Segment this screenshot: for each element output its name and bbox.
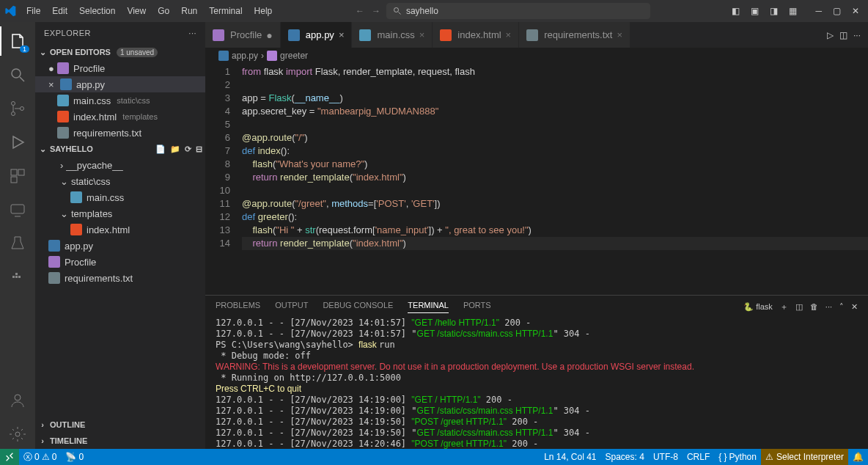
close-icon[interactable]: ×	[339, 29, 345, 40]
layout-sidebar-right-icon[interactable]: ◨	[765, 3, 782, 19]
code-editor[interactable]: 1234567891011121314 from flask import Fl…	[205, 64, 868, 295]
menu-go[interactable]: Go	[152, 3, 175, 19]
file-item[interactable]: main.css	[35, 189, 205, 205]
menu-view[interactable]: View	[121, 3, 152, 19]
svg-rect-28	[213, 29, 224, 41]
menu-edit[interactable]: Edit	[46, 3, 73, 19]
modified-dot-icon[interactable]: ●	[266, 29, 272, 41]
panel-tab-problems[interactable]: PROBLEMS	[216, 301, 260, 312]
close-icon[interactable]: ×	[617, 29, 622, 40]
menu-file[interactable]: File	[21, 3, 46, 19]
title-bar: FileEditSelectionViewGoRunTerminalHelp ←…	[0, 0, 868, 22]
status-problems[interactable]: ⓧ 0 ⚠ 0	[19, 451, 61, 464]
breadcrumbs[interactable]: app.py › greeter	[205, 48, 868, 64]
close-icon[interactable]: ×	[506, 29, 512, 40]
status-spaces[interactable]: Spaces: 4	[601, 452, 649, 462]
status-eol[interactable]: CRLF	[683, 452, 714, 462]
open-editor-item[interactable]: ×app.py	[35, 76, 205, 92]
file-item[interactable]: index.html	[35, 221, 205, 238]
menu-selection[interactable]: Selection	[73, 3, 121, 19]
svg-rect-12	[12, 276, 15, 278]
layout-panel-icon[interactable]: ▣	[746, 3, 763, 19]
bottom-panel: PROBLEMSOUTPUTDEBUG CONSOLETERMINALPORTS…	[205, 295, 868, 449]
file-item[interactable]: Procfile	[35, 254, 205, 270]
terminal-trash-icon[interactable]: 🗑	[810, 302, 818, 311]
layout-sidebar-left-icon[interactable]: ◧	[727, 3, 744, 19]
folder-item[interactable]: ⌄static\css	[35, 173, 205, 189]
file-item[interactable]: requirements.txt	[35, 270, 205, 286]
activity-docker[interactable]	[0, 263, 35, 292]
svg-point-6	[21, 107, 24, 111]
split-icon[interactable]: ◫	[839, 30, 847, 40]
activity-testing[interactable]	[0, 229, 35, 258]
activity-settings[interactable]	[0, 420, 35, 449]
layout-custom-icon[interactable]: ▦	[784, 3, 801, 19]
terminal-add-icon[interactable]: ＋	[780, 301, 788, 312]
remote-indicator[interactable]	[0, 449, 19, 465]
status-interpreter-warning[interactable]: ⚠ Select Interpreter	[761, 449, 848, 465]
open-editor-item[interactable]: ●Procfile	[35, 60, 205, 76]
open-editor-item[interactable]: requirements.txt	[35, 125, 205, 141]
window-close-icon[interactable]: ✕	[847, 3, 864, 19]
status-notifications[interactable]: 🔔	[848, 452, 868, 462]
window-minimize-icon[interactable]: ─	[811, 3, 826, 19]
editor-tab[interactable]: app.py×	[281, 22, 353, 48]
editor-tab[interactable]: requirements.txt×	[519, 22, 630, 48]
close-icon[interactable]: ×	[419, 29, 425, 40]
status-ports[interactable]: 📡 0	[61, 452, 88, 462]
search-text: sayhello	[406, 6, 438, 16]
new-folder-icon[interactable]: 📁	[170, 144, 180, 154]
editor-group: Procfile●app.py×main.css×index.html×requ…	[205, 22, 868, 449]
project-header[interactable]: ⌄SAYHELLO 📄 📁 ⟳ ⊟	[35, 141, 205, 157]
menu-run[interactable]: Run	[175, 3, 203, 19]
editor-tab[interactable]: main.css×	[352, 22, 433, 48]
menu-help[interactable]: Help	[249, 3, 279, 19]
panel-close-icon[interactable]: ✕	[851, 302, 858, 312]
activity-explorer[interactable]: 1	[0, 26, 35, 56]
panel-tab-ports[interactable]: PORTS	[463, 301, 491, 312]
svg-rect-9	[11, 177, 17, 183]
refresh-icon[interactable]: ⟳	[185, 144, 191, 154]
folder-item[interactable]: ⌄templates	[35, 205, 205, 221]
panel-chevron-up-icon[interactable]: ˄	[839, 302, 844, 312]
open-editors-header[interactable]: ⌄OPEN EDITORS 1 unsaved	[35, 44, 205, 60]
activity-source-control[interactable]	[0, 94, 35, 123]
activity-run-debug[interactable]	[0, 128, 35, 157]
explorer-more-icon[interactable]: ···	[188, 29, 196, 37]
activity-accounts[interactable]	[0, 386, 35, 415]
editor-tab[interactable]: Procfile●	[205, 22, 281, 48]
open-editor-item[interactable]: index.htmltemplates	[35, 109, 205, 125]
nav-back-icon[interactable]: ←	[356, 6, 364, 16]
status-encoding[interactable]: UTF-8	[649, 452, 683, 462]
status-language[interactable]: { } Python	[714, 452, 761, 462]
svg-rect-27	[48, 272, 60, 284]
folder-item[interactable]: ›__pycache__	[35, 157, 205, 173]
collapse-icon[interactable]: ⊟	[196, 144, 202, 154]
panel-tab-debug-console[interactable]: DEBUG CONSOLE	[323, 301, 393, 312]
terminal-more-icon[interactable]: ···	[825, 302, 832, 311]
nav-forward-icon[interactable]: →	[372, 6, 380, 16]
svg-rect-22	[57, 127, 69, 139]
svg-rect-29	[288, 29, 300, 41]
terminal-output[interactable]: 127.0.0.1 - - [27/Nov/2023 14:01:57] "GE…	[205, 318, 868, 449]
new-file-icon[interactable]: 📄	[155, 144, 166, 154]
activity-extensions[interactable]	[0, 161, 35, 191]
more-icon[interactable]: ···	[853, 30, 861, 40]
timeline-header[interactable]: ›TIMELINE	[35, 433, 205, 449]
panel-tab-terminal[interactable]: TERMINAL	[408, 301, 449, 313]
run-icon[interactable]: ▷	[827, 30, 834, 40]
terminal-split-icon[interactable]: ◫	[795, 302, 803, 312]
window-maximize-icon[interactable]: ▢	[828, 3, 845, 19]
close-icon[interactable]: ×	[48, 79, 57, 90]
file-item[interactable]: app.py	[35, 238, 205, 254]
activity-remote[interactable]	[0, 195, 35, 224]
menu-terminal[interactable]: Terminal	[203, 3, 248, 19]
command-center[interactable]: sayhello	[386, 3, 650, 19]
terminal-shell-label[interactable]: 🐍 flask	[743, 302, 773, 312]
activity-search[interactable]	[0, 60, 35, 89]
open-editor-item[interactable]: main.cssstatic\css	[35, 92, 205, 109]
status-lncol[interactable]: Ln 14, Col 41	[540, 452, 600, 462]
editor-tab[interactable]: index.html×	[433, 22, 519, 48]
outline-header[interactable]: ›OUTLINE	[35, 417, 205, 433]
panel-tab-output[interactable]: OUTPUT	[275, 301, 308, 312]
